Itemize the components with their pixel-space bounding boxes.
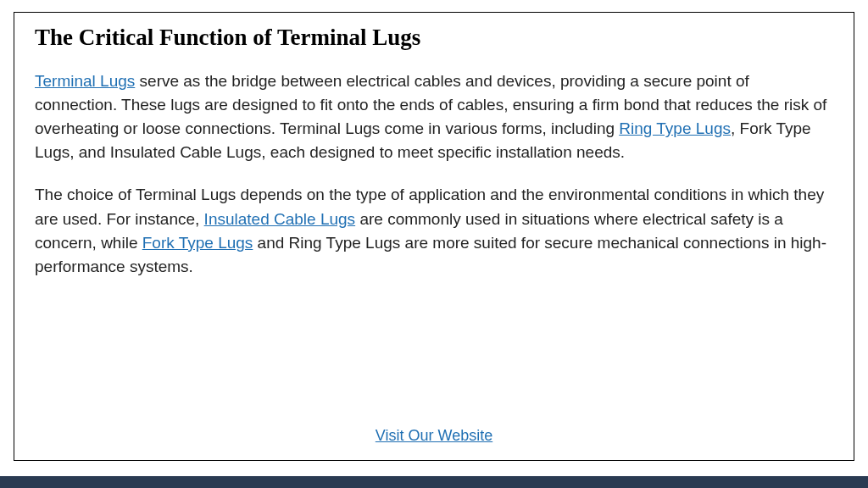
link-insulated-cable-lugs[interactable]: Insulated Cable Lugs: [204, 210, 356, 228]
slide: The Critical Function of Terminal Lugs T…: [0, 0, 868, 488]
paragraph-2: The choice of Terminal Lugs depends on t…: [35, 183, 833, 278]
link-terminal-lugs[interactable]: Terminal Lugs: [35, 72, 135, 90]
body-text: Terminal Lugs serve as the bridge betwee…: [35, 69, 833, 279]
paragraph-1: Terminal Lugs serve as the bridge betwee…: [35, 69, 833, 164]
cta-container: Visit Our Website: [14, 427, 854, 445]
footer-bar: [0, 476, 868, 488]
page-title: The Critical Function of Terminal Lugs: [35, 25, 833, 51]
link-fork-type-lugs[interactable]: Fork Type Lugs: [142, 234, 253, 252]
content-frame: The Critical Function of Terminal Lugs T…: [14, 12, 854, 461]
link-ring-type-lugs[interactable]: Ring Type Lugs: [619, 119, 731, 137]
link-visit-website[interactable]: Visit Our Website: [376, 427, 492, 444]
